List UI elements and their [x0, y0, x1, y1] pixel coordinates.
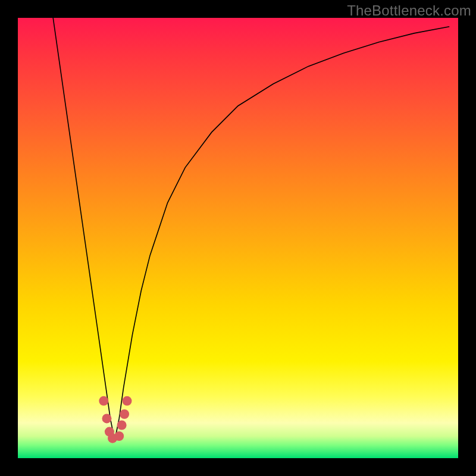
marker-group [99, 396, 131, 443]
curve-marker [117, 421, 127, 430]
watermark-text: TheBottleneck.com [347, 2, 471, 19]
curve-marker [120, 409, 129, 419]
curve-marker [99, 396, 108, 406]
curve-marker [114, 431, 124, 441]
curve-marker [102, 414, 112, 423]
bottleneck-curve-line [53, 18, 449, 440]
chart-plot-area [18, 18, 458, 458]
chart-svg [18, 18, 458, 458]
curve-marker [123, 396, 132, 406]
